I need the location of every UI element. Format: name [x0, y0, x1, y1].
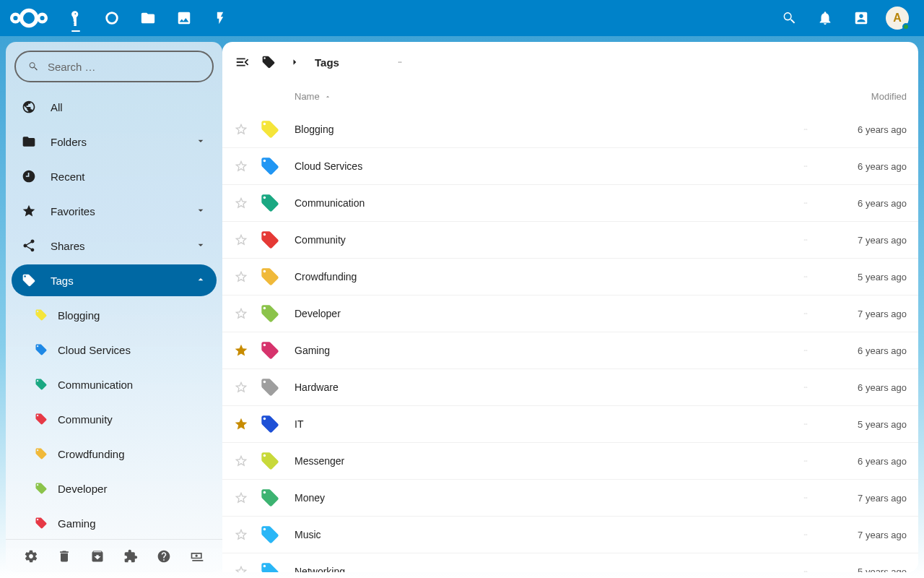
row-actions-icon[interactable]: [784, 201, 827, 205]
table-row[interactable]: Community 7 years ago: [222, 222, 918, 259]
sidebar-tag-item[interactable]: Cloud Services: [25, 334, 217, 366]
sidebar-item-label: Tags: [51, 275, 74, 287]
sidebar-tag-item[interactable]: Developer: [25, 473, 217, 504]
apps-icon[interactable]: [122, 548, 139, 565]
trash-icon[interactable]: [56, 548, 73, 565]
app-passwords-icon[interactable]: [58, 0, 94, 36]
breadcrumb: Tags: [222, 42, 918, 82]
sidebar-item-all[interactable]: All: [12, 91, 217, 123]
favorite-toggle[interactable]: [234, 564, 260, 572]
avatar[interactable]: A: [886, 7, 909, 30]
app-activity-icon[interactable]: [202, 0, 238, 36]
tag-icon: [260, 119, 295, 139]
tag-icon: [260, 156, 295, 176]
row-modified: 5 years ago: [827, 566, 907, 573]
favorite-toggle[interactable]: [234, 491, 260, 505]
search-input[interactable]: [48, 61, 201, 73]
sidebar-tag-item[interactable]: Gaming: [25, 507, 217, 539]
sidebar-item-recent[interactable]: Recent: [12, 160, 217, 192]
favorite-toggle[interactable]: [234, 269, 260, 284]
row-modified: 6 years ago: [827, 345, 907, 356]
tag-icon: [260, 303, 295, 324]
favorite-toggle[interactable]: [234, 380, 260, 394]
favorite-toggle[interactable]: [234, 233, 260, 247]
table-row[interactable]: Crowdfunding 5 years ago: [222, 259, 918, 296]
sidebar-tag-item[interactable]: Blogging: [25, 299, 217, 331]
user-menu[interactable]: A: [879, 0, 915, 36]
table-row[interactable]: Cloud Services 6 years ago: [222, 148, 918, 185]
row-actions-icon[interactable]: [784, 275, 827, 279]
column-modified[interactable]: Modified: [827, 91, 907, 102]
favorite-toggle[interactable]: [234, 196, 260, 210]
table-row[interactable]: Developer 7 years ago: [222, 296, 918, 332]
tag-icon: [260, 340, 295, 361]
table-row[interactable]: Gaming 6 years ago: [222, 332, 918, 369]
more-actions-icon[interactable]: [391, 53, 409, 71]
search-box[interactable]: [14, 51, 214, 82]
favorite-toggle[interactable]: [234, 159, 260, 173]
sidebar-item-shares[interactable]: Shares: [12, 230, 217, 262]
column-name[interactable]: Name: [295, 91, 784, 102]
search-icon[interactable]: [771, 0, 807, 36]
app-files-icon[interactable]: [130, 0, 166, 36]
table-row[interactable]: IT 5 years ago: [222, 406, 918, 443]
star-icon: [22, 204, 39, 218]
favorite-toggle[interactable]: [234, 527, 260, 542]
row-name: Blogging: [295, 124, 784, 135]
sidebar-tag-label: Blogging: [58, 309, 100, 322]
table-row[interactable]: Blogging 6 years ago: [222, 111, 918, 148]
row-actions-icon[interactable]: [784, 496, 827, 500]
table-row[interactable]: Messenger 6 years ago: [222, 443, 918, 480]
favorite-toggle[interactable]: [234, 343, 260, 358]
row-actions-icon[interactable]: [784, 348, 827, 353]
archive-icon[interactable]: [89, 548, 106, 565]
favorite-toggle[interactable]: [234, 417, 260, 431]
row-actions-icon[interactable]: [784, 422, 827, 426]
row-name: Cloud Services: [295, 160, 784, 172]
sidebar-tag-item[interactable]: Crowdfunding: [25, 438, 217, 470]
tag-icon: [260, 488, 295, 508]
sidebar-item-favorites[interactable]: Favorites: [12, 195, 217, 227]
favorite-toggle[interactable]: [234, 122, 260, 137]
sidebar-tag-item[interactable]: Community: [25, 403, 217, 435]
row-name: Messenger: [295, 455, 784, 467]
row-actions-icon[interactable]: [784, 569, 827, 572]
settings-icon[interactable]: [22, 548, 40, 565]
table-row[interactable]: Music 7 years ago: [222, 517, 918, 553]
favorite-toggle[interactable]: [234, 454, 260, 468]
sidebar-item-folders[interactable]: Folders: [12, 126, 217, 158]
row-actions-icon[interactable]: [784, 238, 827, 242]
table-row[interactable]: Networking 5 years ago: [222, 553, 918, 572]
row-modified: 6 years ago: [827, 124, 907, 135]
row-actions-icon[interactable]: [784, 385, 827, 389]
app-photos-icon[interactable]: [166, 0, 202, 36]
breadcrumb-tag-icon[interactable]: [260, 53, 277, 71]
favorite-toggle[interactable]: [234, 306, 260, 321]
sidebar-tag-item[interactable]: Communication: [25, 368, 217, 400]
sidebar-tag-label: Gaming: [58, 517, 96, 530]
chevron-down-icon: [195, 239, 206, 253]
notifications-icon[interactable]: [807, 0, 843, 36]
tag-icon: [260, 377, 295, 397]
table-row[interactable]: Money 7 years ago: [222, 480, 918, 517]
table-header: Name Modified: [222, 82, 918, 111]
app-circle-icon[interactable]: [94, 0, 130, 36]
row-actions-icon[interactable]: [784, 459, 827, 463]
nextcloud-logo[interactable]: [9, 7, 49, 29]
row-name: Networking: [295, 566, 784, 572]
table-row[interactable]: Communication 6 years ago: [222, 185, 918, 222]
collapse-sidebar-icon[interactable]: [234, 53, 251, 71]
contacts-icon[interactable]: [843, 0, 879, 36]
row-actions-icon[interactable]: [784, 311, 827, 316]
tag-icon: [35, 343, 48, 356]
row-actions-icon[interactable]: [784, 127, 827, 131]
row-actions-icon[interactable]: [784, 532, 827, 537]
help-icon[interactable]: [155, 548, 173, 565]
donate-icon[interactable]: [188, 548, 206, 565]
sidebar-item-tags[interactable]: Tags: [12, 264, 217, 296]
table-row[interactable]: Hardware 6 years ago: [222, 369, 918, 406]
tag-icon: [35, 517, 48, 530]
tag-icon: [22, 273, 39, 288]
row-actions-icon[interactable]: [784, 164, 827, 168]
tag-icon: [35, 378, 48, 391]
